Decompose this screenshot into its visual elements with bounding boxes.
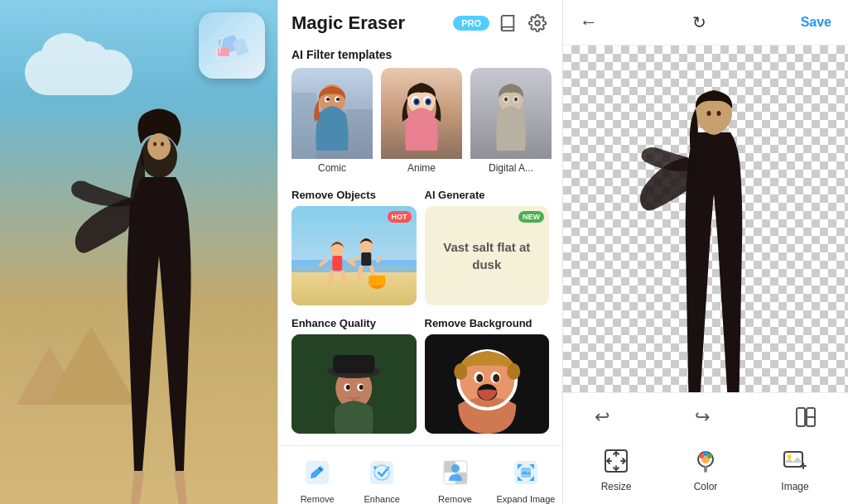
- svg-rect-70: [370, 461, 393, 484]
- remove-bg-preview: [425, 334, 550, 434]
- svg-point-67: [507, 363, 520, 380]
- svg-point-62: [476, 374, 483, 382]
- svg-point-99: [788, 455, 792, 459]
- ai-generate-prompt: Vast salt flat at dusk: [425, 238, 550, 273]
- expand-image-icon-wrap: [508, 454, 544, 491]
- svg-point-56: [346, 385, 350, 390]
- redo-button[interactable]: ↪: [688, 403, 716, 436]
- svg-point-66: [454, 363, 467, 380]
- app-title: Magic Eraser: [292, 12, 446, 34]
- ai-generate-card[interactable]: AI Generate NEW Vast salt flat at dusk: [425, 189, 550, 305]
- svg-point-57: [359, 385, 364, 390]
- svg-point-79: [451, 464, 460, 473]
- book-icon[interactable]: [496, 12, 519, 35]
- cutout-woman: [631, 54, 797, 392]
- filter-img-comic: [292, 68, 373, 159]
- comic-image: [292, 68, 373, 159]
- svg-point-16: [326, 98, 330, 101]
- pro-badge[interactable]: PRO: [453, 16, 489, 31]
- color-tool[interactable]: Color: [681, 444, 730, 492]
- enhance-quality-card[interactable]: Enhance Quality: [292, 317, 417, 434]
- svg-rect-11: [292, 93, 316, 159]
- editor-header: ← ↻ Save: [563, 0, 848, 46]
- expand-image-toolbar-label: Expand Image: [497, 494, 556, 504]
- new-badge: NEW: [518, 211, 544, 223]
- left-panel: [0, 0, 277, 504]
- remove-objects-card[interactable]: Remove Objects: [292, 189, 417, 305]
- svg-rect-42: [361, 252, 371, 266]
- editor-bottom: ↩ ↪: [563, 392, 848, 504]
- undo-button[interactable]: ↩: [588, 403, 616, 436]
- remove-background-toolbar-label: Remove Background: [414, 494, 496, 504]
- filter-card-anime[interactable]: Anime: [381, 68, 462, 177]
- svg-point-9: [535, 21, 540, 26]
- svg-point-95: [707, 454, 712, 458]
- svg-point-31: [514, 98, 518, 102]
- svg-point-8: [161, 142, 164, 146]
- enhance-quality-image: [292, 334, 417, 434]
- back-button[interactable]: ←: [580, 12, 598, 33]
- eraser-app-icon: [211, 25, 253, 66]
- image-tool[interactable]: Image: [770, 444, 820, 492]
- filter-templates-scroll: Comic: [278, 68, 562, 189]
- layout-icon: [795, 406, 817, 428]
- image-icon: [778, 444, 812, 478]
- resize-tool[interactable]: Resize: [591, 444, 641, 492]
- svg-rect-36: [332, 256, 342, 271]
- image-tool-label: Image: [781, 481, 808, 492]
- remove-objects-toolbar-icon: [302, 458, 332, 487]
- bottom-toolbar: Remove Objects Enhance Quality: [278, 445, 562, 504]
- color-icon-svg: [692, 448, 719, 474]
- svg-point-25: [426, 99, 431, 104]
- svg-rect-88: [797, 408, 805, 426]
- svg-rect-48: [369, 276, 385, 286]
- refresh-button[interactable]: ↻: [692, 12, 706, 32]
- app-icon: [199, 12, 265, 79]
- right-panel: ← ↻ Save: [563, 0, 848, 504]
- filter-card-comic[interactable]: Comic: [292, 68, 373, 177]
- svg-rect-12: [345, 109, 373, 159]
- svg-rect-53: [333, 355, 374, 373]
- svg-point-6: [147, 133, 171, 160]
- color-icon: [689, 444, 722, 478]
- filter-card-digital[interactable]: Digital A...: [470, 68, 552, 177]
- remove-objects-ai-generate-row: Remove Objects: [278, 189, 562, 317]
- remove-bg-image: [425, 334, 550, 434]
- enhance-woman-image: [292, 334, 417, 434]
- enhance-remove-bg-row: Enhance Quality: [278, 317, 562, 445]
- enhance-quality-toolbar-icon: [367, 458, 397, 487]
- color-tool-label: Color: [694, 481, 718, 492]
- editor-canvas: [563, 46, 848, 392]
- ai-generate-title: AI Generate: [425, 189, 550, 201]
- svg-point-83: [704, 118, 724, 135]
- digital-image: [470, 68, 552, 159]
- svg-point-63: [493, 374, 499, 382]
- enhance-quality-icon-wrap: [364, 454, 400, 491]
- toolbar-expand-image[interactable]: Expand Image: [496, 454, 556, 504]
- resize-icon-svg: [603, 448, 629, 474]
- resize-tool-label: Resize: [601, 481, 632, 492]
- woman-figure: [60, 90, 258, 504]
- enhance-quality-title: Enhance Quality: [292, 317, 417, 329]
- save-button[interactable]: Save: [801, 15, 831, 30]
- toolbar-remove-objects[interactable]: Remove Objects: [285, 454, 349, 504]
- svg-point-7: [153, 142, 157, 146]
- svg-rect-97: [704, 466, 707, 473]
- enhance-quality-toolbar-label: Enhance Quality: [349, 494, 414, 504]
- expand-image-toolbar-icon: [511, 458, 541, 487]
- toolbar-enhance-quality[interactable]: Enhance Quality: [349, 454, 414, 504]
- hot-badge: HOT: [388, 211, 412, 223]
- remove-bg-card[interactable]: Remove Background: [425, 317, 550, 434]
- app-header: Magic Eraser PRO: [278, 0, 562, 43]
- cloud-decoration: [25, 50, 132, 95]
- anime-image: [381, 68, 462, 159]
- settings-icon[interactable]: [526, 12, 549, 35]
- svg-point-17: [336, 98, 340, 101]
- remove-bg-icon-wrap: [437, 454, 474, 491]
- middle-panel: Magic Eraser PRO AI Filter templates: [277, 0, 563, 504]
- layout-button[interactable]: [788, 403, 823, 436]
- toolbar-remove-background[interactable]: Remove Background: [414, 454, 496, 504]
- remove-bg-toolbar-icon: [441, 458, 470, 487]
- remove-objects-icon-wrap: [299, 454, 335, 491]
- remove-bg-title: Remove Background: [425, 317, 550, 329]
